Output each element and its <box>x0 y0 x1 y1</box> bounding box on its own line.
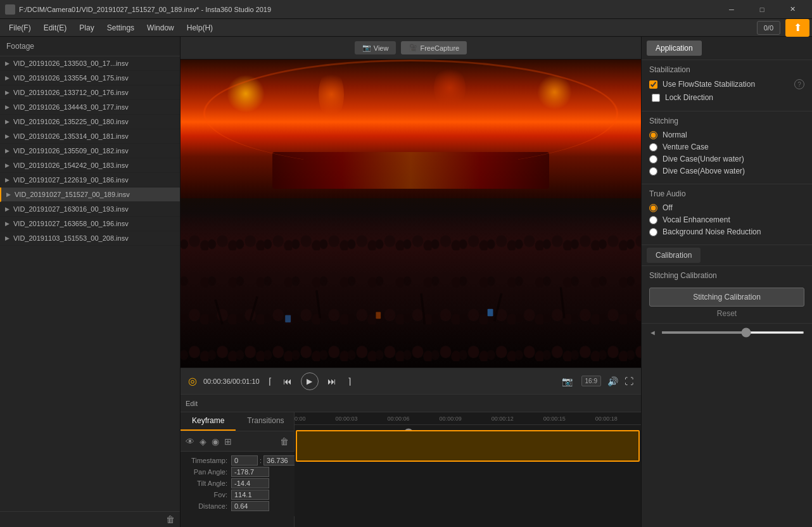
export-button[interactable]: ⬆ <box>785 19 809 37</box>
svg-rect-10 <box>488 309 493 317</box>
menu-help[interactable]: Help(H) <box>181 21 219 35</box>
stitching-dive-under-label[interactable]: Dive Case(Under water) <box>663 155 744 163</box>
camera-icon: 📷 <box>362 44 371 52</box>
tilt-input[interactable] <box>231 478 269 488</box>
timestamp-row: Timestamp: : <box>187 455 296 466</box>
edit-props-panel: Keyframe Transitions 👁 ◈ ◉ ⊞ 🗑 Timestamp… <box>181 412 295 527</box>
stitching-normal-label[interactable]: Normal <box>663 130 687 139</box>
view-button[interactable]: 📷 View <box>355 41 396 54</box>
reset-label[interactable]: Reset <box>649 309 804 318</box>
mark-out-button[interactable]: ⌉ <box>345 375 353 388</box>
tab-application[interactable]: Application <box>647 41 702 56</box>
timestamp-end-input[interactable] <box>263 455 296 466</box>
next-frame-button[interactable]: ⏭ <box>325 375 339 388</box>
delete-footage-button[interactable]: 🗑 <box>166 514 175 524</box>
tab-transitions[interactable]: Transitions <box>236 412 295 431</box>
calibration-slider-row: ◄ <box>642 324 812 341</box>
stitching-venture-label[interactable]: Venture Case <box>663 143 709 151</box>
footage-item[interactable]: ▶VID_20191027_122619_00_186.insv <box>0 173 180 187</box>
stitching-venture-radio[interactable] <box>649 143 657 151</box>
view-label: View <box>374 44 389 52</box>
menu-edit[interactable]: Edit(E) <box>37 21 73 35</box>
stitching-normal-row: Normal <box>649 130 804 139</box>
prev-frame-button[interactable]: ⏮ <box>281 375 295 388</box>
footage-item[interactable]: ▶VID_20191027_163016_00_193.insv <box>0 202 180 217</box>
video-clip[interactable] <box>296 430 640 462</box>
footage-item[interactable]: ▶VID_20191026_135314_00_181.insv <box>0 129 180 144</box>
play-icon: ▶ <box>5 75 10 81</box>
flowstate-label[interactable]: Use FlowState Stabilization <box>663 80 755 89</box>
play-icon: ▶ <box>6 191 11 198</box>
distance-input[interactable] <box>231 501 269 511</box>
edit-toolbar: 👁 ◈ ◉ ⊞ 🗑 <box>181 431 294 452</box>
timeline-main[interactable]: 00:00:00 00:00:03 00:00:06 00:00:09 00:0… <box>295 412 641 527</box>
calibration-tab-button[interactable]: Calibration <box>647 248 701 263</box>
lock-direction-label[interactable]: Lock Direction <box>665 93 713 102</box>
lock-direction-checkbox[interactable] <box>652 94 660 102</box>
footage-item-active[interactable]: ▶VID_20191027_151527_00_189.insv <box>0 187 180 202</box>
pan-input[interactable] <box>231 467 269 477</box>
svg-rect-0 <box>181 213 641 367</box>
grid-icon[interactable]: ⊞ <box>224 436 232 447</box>
eye-icon[interactable]: 👁 <box>186 436 194 447</box>
snapshot-button[interactable]: 📷 <box>559 375 575 388</box>
help-icon[interactable]: ? <box>794 79 804 89</box>
menu-window[interactable]: Window <box>141 21 181 35</box>
footage-item[interactable]: ▶VID_20191026_135509_00_182.insv <box>0 144 180 158</box>
footage-item[interactable]: ▶VID_20191026_154242_00_183.insv <box>0 158 180 173</box>
circle-icon[interactable]: ◉ <box>212 436 219 447</box>
aspect-ratio-badge: 16:9 <box>581 376 601 386</box>
play-pause-button[interactable]: ▶ <box>301 372 319 390</box>
volume-button[interactable]: 🔊 <box>607 376 618 386</box>
stitching-venture-row: Venture Case <box>649 143 804 151</box>
menu-play[interactable]: Play <box>73 21 100 35</box>
audio-noise-label[interactable]: Background Noise Reduction <box>663 227 761 236</box>
video-frame <box>181 60 641 367</box>
keyframe-properties: Timestamp: : Pan Angle: Tilt Angle: <box>181 452 295 516</box>
calibration-tab-row: Calibration <box>642 245 812 266</box>
stitching-dive-above-radio[interactable] <box>649 167 657 175</box>
video-area: 📷 View 🎥 FreeCapture <box>181 37 641 394</box>
play-icon: ▶ <box>5 220 10 227</box>
stitching-dive-under-radio[interactable] <box>649 155 657 163</box>
fov-input[interactable] <box>231 490 269 500</box>
tab-keyframe[interactable]: Keyframe <box>181 412 236 431</box>
delete-keyframe-icon[interactable]: 🗑 <box>280 436 289 447</box>
ruler-mark-4: 00:00:12 <box>492 416 514 422</box>
stitching-calibration-button[interactable]: Stitching Calibration <box>649 288 804 307</box>
stitching-dive-above-row: Dive Case(Above water) <box>649 167 804 175</box>
audio-off-label[interactable]: Off <box>663 203 673 212</box>
calibration-slider[interactable] <box>661 331 804 334</box>
timestamp-input[interactable] <box>231 455 258 466</box>
freecapture-button[interactable]: 🎥 FreeCapture <box>401 41 467 54</box>
fullscreen-button[interactable]: ⛶ <box>625 376 633 386</box>
fov-label: Fov: <box>187 491 231 498</box>
menu-file[interactable]: File(F) <box>3 21 37 35</box>
stitching-dive-above-label[interactable]: Dive Case(Above water) <box>663 167 745 175</box>
maximize-button[interactable]: □ <box>747 0 777 19</box>
layers-icon[interactable]: ◈ <box>200 436 206 447</box>
footage-panel: Footage ▶VID_20191026_133503_00_17...ins… <box>0 37 181 527</box>
audio-off-radio[interactable] <box>649 204 657 212</box>
stitching-normal-radio[interactable] <box>649 131 657 139</box>
footage-item[interactable]: ▶VID_20191026_133503_00_17...insv <box>0 56 180 71</box>
footage-item[interactable]: ▶VID_20191026_134443_00_177.insv <box>0 100 180 115</box>
audio-noise-radio[interactable] <box>649 228 657 236</box>
svg-rect-11 <box>376 312 381 319</box>
window-controls: ─ □ ✕ <box>717 0 807 19</box>
footage-item[interactable]: ▶VID_20191026_133712_00_176.insv <box>0 86 180 100</box>
audio-vocal-label[interactable]: Vocal Enhancement <box>663 215 730 224</box>
pan-row: Pan Angle: <box>187 467 269 477</box>
footage-item[interactable]: ▶VID_20191026_133554_00_175.insv <box>0 71 180 86</box>
footage-item[interactable]: ▶VID_20191027_163658_00_196.insv <box>0 217 180 231</box>
flowstate-checkbox[interactable] <box>649 80 657 89</box>
footage-list[interactable]: ▶VID_20191026_133503_00_17...insv ▶VID_2… <box>0 56 180 511</box>
mark-in-button[interactable]: ⌈ <box>266 375 274 388</box>
minimize-button[interactable]: ─ <box>717 0 746 19</box>
audio-vocal-radio[interactable] <box>649 216 657 224</box>
footage-item[interactable]: ▶VID_20191026_135225_00_180.insv <box>0 115 180 129</box>
close-button[interactable]: ✕ <box>778 0 807 19</box>
menu-settings[interactable]: Settings <box>101 21 141 35</box>
audio-vocal-row: Vocal Enhancement <box>649 215 804 224</box>
footage-item[interactable]: ▶VID_20191103_151553_00_208.insv <box>0 231 180 246</box>
